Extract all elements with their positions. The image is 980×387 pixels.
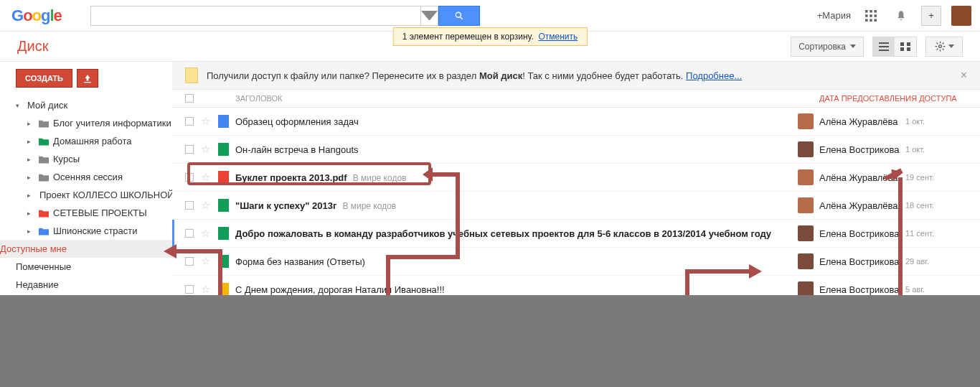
- sidebar-folder[interactable]: ▸Блог учителя информатики: [16, 114, 172, 132]
- star-icon[interactable]: ☆: [201, 143, 210, 155]
- upload-button[interactable]: [77, 69, 98, 88]
- sidebar-folder[interactable]: ▸СЕТЕВЫЕ ПРОЕКТЫ: [16, 204, 172, 222]
- folder-icon: [39, 209, 49, 218]
- banner-link[interactable]: Подробнее...: [686, 70, 742, 81]
- filetype-icon: [218, 199, 229, 212]
- sidebar-folder[interactable]: ▸Осенняя сессия: [16, 168, 172, 186]
- shared-date: 19 сент.: [905, 173, 967, 182]
- file-extra: В мире кодов: [342, 201, 396, 211]
- owner-name: Алёна Журавлёва: [819, 116, 905, 127]
- folder-icon: [39, 155, 49, 164]
- owner-avatar: [798, 281, 814, 297]
- sidebar-folder[interactable]: ▸Шпионские страсти: [16, 222, 172, 240]
- folder-icon: [39, 227, 49, 236]
- star-icon[interactable]: ☆: [201, 283, 210, 295]
- col-date[interactable]: ДАТА ПРЕДОСТАВЛЕНИЯ ДОСТУПА: [819, 94, 967, 103]
- file-title: "Шаги к успеху" 2013г: [235, 200, 336, 211]
- filetype-icon: [218, 255, 229, 268]
- sidebar-starred[interactable]: Помеченные: [16, 258, 172, 276]
- sidebar-root[interactable]: ▾Мой диск: [16, 96, 172, 114]
- sidebar-shared[interactable]: Доступные мне: [0, 240, 172, 258]
- svg-point-18: [938, 45, 941, 48]
- sidebar-recent[interactable]: Недавние: [16, 276, 172, 294]
- list-view-button[interactable]: [873, 37, 895, 56]
- owner-name: Елена Вострикова: [819, 228, 905, 239]
- star-icon[interactable]: ☆: [201, 311, 210, 323]
- file-row[interactable]: ☆"Шаги к успеху" 2013гВ мире кодовАлёна …: [172, 192, 980, 220]
- svg-rect-16: [900, 47, 904, 51]
- row-checkbox[interactable]: [185, 257, 194, 266]
- google-logo[interactable]: Google: [11, 6, 62, 25]
- filetype-icon: [218, 227, 229, 240]
- toolbar-right: Сортировка: [791, 37, 963, 57]
- star-icon[interactable]: ☆: [201, 255, 210, 267]
- sidebar-folder[interactable]: ▸Проект КОЛЛЕСО ШКОЛЬНОЙ ЖИЗНИ: [16, 186, 172, 204]
- svg-rect-2: [865, 10, 868, 13]
- svg-line-1: [461, 17, 463, 19]
- toast-undo[interactable]: Отменить: [538, 32, 578, 42]
- user-label[interactable]: +Мария: [817, 10, 851, 21]
- share-button[interactable]: +: [921, 6, 941, 26]
- filetype-icon: [218, 115, 229, 128]
- svg-rect-5: [865, 14, 868, 17]
- owner-avatar: [798, 225, 814, 241]
- file-title: Форма без названия (Ответы): [235, 256, 365, 267]
- create-button[interactable]: СОЗДАТЬ: [16, 69, 72, 88]
- folder-icon: [185, 67, 198, 83]
- folder-icon: [39, 119, 49, 128]
- row-checkbox[interactable]: [185, 201, 194, 210]
- star-icon[interactable]: ☆: [201, 171, 210, 183]
- shared-date: 1 окт.: [905, 117, 967, 126]
- toast-notification: 1 элемент перемещен в корзину. Отменить: [393, 27, 588, 46]
- owner-avatar: [798, 253, 814, 269]
- row-checkbox[interactable]: [185, 145, 194, 154]
- file-extra: В мире кодов: [353, 173, 407, 183]
- file-row[interactable]: ☆Добро пожаловать в команду разработчико…: [172, 220, 980, 248]
- app-title[interactable]: Диск: [17, 38, 48, 55]
- file-title: Добро пожаловать в команду разработчиков…: [235, 228, 771, 239]
- sort-button[interactable]: Сортировка: [791, 37, 864, 57]
- file-row[interactable]: ☆Образец оформления задачАлёна Журавлёва…: [172, 108, 980, 136]
- notifications-icon[interactable]: [891, 6, 911, 26]
- sidebar-folder[interactable]: ▸Курсы: [16, 150, 172, 168]
- file-row[interactable]: ☆Форма без названия (Ответы)Елена Востри…: [172, 248, 980, 276]
- file-row[interactable]: ☆С Днем рождения, дорогая Наталия Иванов…: [172, 276, 980, 304]
- create-row: СОЗДАТЬ: [16, 69, 172, 88]
- file-row[interactable]: ☆Алёнушка, с Днем Рождения!Елена Вострик…: [172, 304, 980, 332]
- row-checkbox[interactable]: [185, 229, 194, 238]
- file-title: Образец оформления задач: [235, 116, 359, 127]
- settings-button[interactable]: [925, 37, 963, 57]
- row-checkbox[interactable]: [185, 313, 194, 322]
- row-checkbox[interactable]: [185, 117, 194, 126]
- sidebar-folder[interactable]: ▸Домашняя работа: [16, 132, 172, 150]
- chevron-down-icon: [850, 45, 856, 48]
- file-title: Алёнушка, с Днем Рождения!: [235, 312, 363, 323]
- file-row[interactable]: ☆Буклет проекта 2013.pdfВ мире кодовАлён…: [172, 164, 980, 192]
- star-icon[interactable]: ☆: [201, 115, 210, 127]
- row-checkbox[interactable]: [185, 173, 194, 182]
- list-header: ЗАГОЛОВОК ДАТА ПРЕДОСТАВЛЕНИЯ ДОСТУПА: [172, 90, 980, 108]
- main: СОЗДАТЬ ▾Мой диск ▸Блог учителя информат…: [0, 62, 980, 387]
- search-dropdown-icon[interactable]: [420, 6, 438, 25]
- search-input[interactable]: [90, 6, 438, 26]
- row-checkbox[interactable]: [185, 285, 194, 294]
- filetype-icon: [218, 171, 229, 184]
- star-icon[interactable]: ☆: [201, 227, 210, 239]
- col-title[interactable]: ЗАГОЛОВОК: [235, 94, 798, 103]
- user-avatar[interactable]: [951, 6, 971, 26]
- grid-view-button[interactable]: [895, 37, 916, 56]
- shared-date: 1 окт.: [905, 145, 967, 154]
- sort-label: Сортировка: [798, 42, 846, 52]
- svg-rect-10: [874, 19, 877, 22]
- search-button[interactable]: [438, 6, 480, 26]
- star-icon[interactable]: ☆: [201, 199, 210, 211]
- banner-text: Получили доступ к файлу или папке? Перен…: [207, 70, 742, 81]
- owner-name: Елена Вострикова: [819, 284, 905, 295]
- filetype-icon: [218, 143, 229, 156]
- close-icon[interactable]: ×: [961, 69, 967, 82]
- file-row[interactable]: ☆Он-лайн встреча в HangoutsЕлена Вострик…: [172, 136, 980, 164]
- apps-icon[interactable]: [861, 6, 881, 26]
- info-banner: Получили доступ к файлу или папке? Перен…: [172, 62, 980, 90]
- folder-icon: [39, 137, 49, 146]
- select-all-checkbox[interactable]: [185, 94, 194, 103]
